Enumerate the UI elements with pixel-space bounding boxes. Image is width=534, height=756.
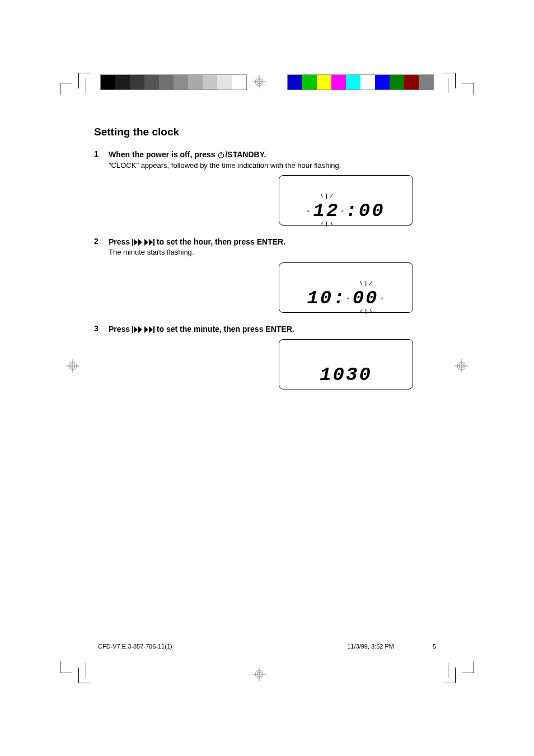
crop-mark <box>448 78 448 93</box>
crop-mark <box>474 661 474 673</box>
lcd-display-2: 10 : ▹ \ | / 00 / | \ ◃ <box>279 262 413 313</box>
lcd-hours: 10 <box>320 364 346 386</box>
lcd-display-1: ▹ \ | / 12 / | \ ◃ : 00 <box>279 175 413 226</box>
svg-rect-18 <box>132 239 133 246</box>
svg-marker-25 <box>134 326 138 333</box>
lcd-minutes: \ | / 00 / | \ <box>353 288 379 309</box>
previous-track-icon <box>132 239 142 246</box>
svg-marker-28 <box>149 326 153 333</box>
blink-arrow-right-icon: ◃ <box>340 208 345 214</box>
blink-rays-icon: \ | / <box>320 194 332 199</box>
footer-filename: CFD-V7.E.3-857-706-11(1) <box>98 643 172 650</box>
step-3: 3 Press to set the minute, then press EN… <box>94 324 427 335</box>
crop-mark <box>60 673 72 673</box>
crop-mark <box>78 683 91 683</box>
step-number: 3 <box>94 324 109 335</box>
step-sub-text: "CLOCK" appears, followed by the time in… <box>109 161 427 171</box>
crop-mark <box>462 83 474 83</box>
page-content: Setting the clock 1 When the power is of… <box>94 126 427 401</box>
lcd-hours: \ | / 12 / | \ <box>313 200 339 222</box>
crop-mark <box>78 73 79 88</box>
registration-mark-icon <box>66 359 79 373</box>
step-main-text: When the power is off, press /STANDBY. <box>109 149 427 161</box>
step-number: 1 <box>94 149 109 171</box>
previous-track-icon <box>132 326 142 333</box>
svg-marker-27 <box>144 326 148 333</box>
step-1: 1 When the power is off, press /STANDBY.… <box>94 149 427 171</box>
blink-rays-icon: / | \ <box>320 222 332 227</box>
lcd-display-3: 10 30 <box>279 339 413 389</box>
step-2: 2 Press to set the hour, then press ENTE… <box>94 237 427 258</box>
crop-mark <box>86 78 86 93</box>
crop-mark <box>443 683 456 683</box>
crop-mark <box>78 668 79 683</box>
registration-mark-icon <box>252 75 266 88</box>
crop-mark <box>78 73 91 73</box>
crop-mark <box>443 73 456 73</box>
crop-mark <box>455 668 456 683</box>
svg-rect-23 <box>153 239 154 246</box>
next-track-icon <box>144 326 154 333</box>
next-track-icon <box>144 239 154 246</box>
step-number: 2 <box>94 237 109 258</box>
svg-marker-19 <box>134 239 138 246</box>
lcd-separator: : <box>333 288 346 309</box>
svg-rect-24 <box>132 326 133 333</box>
svg-marker-21 <box>144 239 148 246</box>
crop-mark <box>462 673 474 673</box>
blink-rays-icon: / | \ <box>359 309 372 314</box>
blink-arrow-left-icon: ▹ <box>307 208 312 214</box>
step-main-text: Press to set the hour, then press ENTER. <box>109 237 427 248</box>
step-main-text: Press to set the minute, then press ENTE… <box>109 324 427 335</box>
lcd-minutes: 00 <box>359 200 385 222</box>
section-heading: Setting the clock <box>94 126 427 138</box>
lcd-hours: 10 <box>307 288 333 309</box>
crop-mark <box>60 661 60 673</box>
svg-marker-20 <box>138 239 142 246</box>
color-calibration-bar <box>287 74 434 90</box>
blink-arrow-right-icon: ◃ <box>380 295 385 302</box>
crop-mark <box>60 83 72 83</box>
svg-marker-22 <box>149 239 153 246</box>
lcd-minutes: 30 <box>346 364 372 386</box>
grayscale-calibration-bar <box>100 74 247 90</box>
crop-mark <box>60 83 60 95</box>
blink-arrow-left-icon: ▹ <box>346 295 352 302</box>
crop-mark <box>448 663 448 678</box>
registration-mark-icon <box>252 668 266 681</box>
svg-marker-26 <box>138 326 142 333</box>
standby-power-icon <box>217 151 225 159</box>
blink-rays-icon: \ | / <box>359 281 372 287</box>
crop-mark <box>86 663 86 678</box>
svg-rect-29 <box>153 326 154 333</box>
crop-mark <box>455 73 456 88</box>
step-sub-text: The minute starts flashing. <box>109 247 427 257</box>
crop-mark <box>474 83 474 95</box>
footer-page-number: 5 <box>433 643 436 650</box>
footer-date: 11/3/99, 3:52 PM <box>347 643 394 650</box>
lcd-separator: : <box>345 200 358 222</box>
registration-mark-icon <box>455 359 468 373</box>
